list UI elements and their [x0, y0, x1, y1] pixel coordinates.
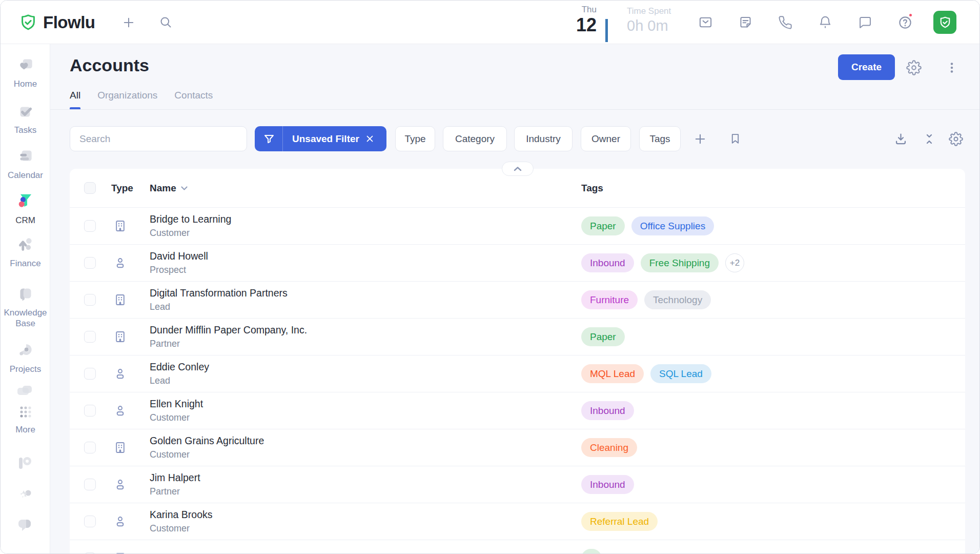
- account-name[interactable]: Karina Brooks: [150, 508, 212, 521]
- column-header-tags[interactable]: Tags: [581, 183, 603, 194]
- table-body: Bridge to Learning Customer PaperOffice …: [70, 207, 965, 554]
- tag-pill[interactable]: Paper: [581, 327, 625, 346]
- tab-organizations[interactable]: Organizations: [97, 90, 157, 109]
- table-row[interactable]: Bridge to Learning Customer PaperOffice …: [70, 207, 965, 244]
- row-checkbox[interactable]: [84, 331, 96, 343]
- tag-pill[interactable]: Paper: [581, 216, 625, 235]
- account-name[interactable]: Ellen Knight: [150, 398, 203, 410]
- sidebar-item-calendar[interactable]: Calendar: [1, 147, 50, 181]
- collapse-table-pill[interactable]: [502, 162, 534, 176]
- export-button[interactable]: [891, 126, 910, 151]
- table-row[interactable]: David Howell Prospect InboundFree Shippi…: [70, 244, 965, 281]
- filter-chip-industry[interactable]: Industry: [514, 126, 573, 151]
- sidebar-item-tasks[interactable]: Tasks: [1, 102, 50, 135]
- filter-chip-type[interactable]: Type: [395, 126, 435, 151]
- table-row[interactable]: Golden Grains Agriculture Customer Clean…: [70, 429, 965, 466]
- account-name[interactable]: Bridge to Learning: [150, 213, 231, 226]
- tag-more-count[interactable]: +2: [725, 253, 744, 272]
- select-all-checkbox[interactable]: [84, 182, 96, 194]
- search-input[interactable]: [70, 126, 247, 151]
- row-tags: Referral Lead: [581, 512, 965, 531]
- filter-chip-tags[interactable]: Tags: [639, 126, 681, 151]
- tag-pill[interactable]: Inbound: [581, 253, 634, 272]
- phone-button[interactable]: [774, 1, 797, 44]
- table-row[interactable]: Landmark Developments: [70, 540, 965, 554]
- row-checkbox[interactable]: [84, 516, 96, 527]
- filter-chip-owner[interactable]: Owner: [581, 126, 631, 151]
- row-checkbox[interactable]: [84, 442, 96, 453]
- search-icon: [159, 15, 173, 29]
- tag-pill[interactable]: Cleaning: [581, 438, 637, 457]
- column-header-name[interactable]: Name: [150, 183, 188, 194]
- date-divider-bar: [605, 19, 608, 42]
- mail-button[interactable]: [694, 1, 717, 44]
- tag-pill[interactable]: Inbound: [581, 401, 634, 420]
- account-name[interactable]: Jim Halpert: [150, 471, 200, 484]
- save-filter-bookmark-button[interactable]: [726, 126, 744, 151]
- table-settings-button[interactable]: [947, 126, 965, 151]
- account-name[interactable]: Golden Grains Agriculture: [150, 434, 264, 447]
- table-row[interactable]: Karina Brooks Customer Referral Lead: [70, 503, 965, 540]
- table-row[interactable]: Dunder Mifflin Paper Company, Inc. Partn…: [70, 318, 965, 355]
- sidebar-item-more[interactable]: More: [1, 403, 50, 435]
- tab-contacts[interactable]: Contacts: [174, 90, 213, 109]
- tag-pill[interactable]: Furniture: [581, 290, 638, 309]
- active-filter-button[interactable]: Unsaved Filter: [255, 126, 386, 151]
- row-checkbox[interactable]: [84, 405, 96, 417]
- tag-pill[interactable]: [581, 549, 602, 554]
- calendar-date[interactable]: Thu 12: [554, 1, 597, 44]
- crm-icon: [15, 191, 36, 211]
- organization-icon: [113, 219, 127, 233]
- sidebar-item-crm[interactable]: CRM: [1, 191, 50, 226]
- sidebar-item-projects[interactable]: Projects: [1, 340, 50, 374]
- sidebar-item-knowledge-base[interactable]: Knowledge Base: [1, 284, 50, 329]
- time-spent-label: Time Spent: [627, 6, 671, 16]
- table-row[interactable]: Eddie Conley Lead MQL LeadSQL Lead: [70, 355, 965, 392]
- table-row[interactable]: Digital Transformation Partners Lead Fur…: [70, 281, 965, 318]
- account-name[interactable]: Eddie Conley: [150, 361, 209, 373]
- page-more-button[interactable]: [943, 59, 961, 76]
- row-tags: [581, 549, 965, 554]
- row-checkbox[interactable]: [84, 220, 96, 232]
- quick-add-button[interactable]: [117, 1, 140, 44]
- help-button[interactable]: [894, 1, 916, 44]
- row-checkbox[interactable]: [84, 294, 96, 306]
- notes-button[interactable]: [734, 1, 757, 44]
- user-avatar[interactable]: [933, 11, 956, 34]
- tag-pill[interactable]: Referral Lead: [581, 512, 658, 531]
- clear-filter-icon[interactable]: [365, 134, 374, 143]
- notifications-button[interactable]: [814, 1, 836, 44]
- tag-pill[interactable]: Technology: [644, 290, 711, 309]
- person-icon: [113, 478, 127, 491]
- sidebar-item-home[interactable]: Home: [1, 55, 50, 89]
- row-checkbox[interactable]: [84, 257, 96, 269]
- filter-chip-category[interactable]: Category: [443, 126, 507, 151]
- add-filter-button[interactable]: [691, 126, 709, 151]
- tag-pill[interactable]: MQL Lead: [581, 364, 644, 383]
- accounts-table: Type Name Tags: [70, 169, 965, 554]
- faded-gear-icon: [15, 486, 35, 507]
- row-checkbox[interactable]: [84, 368, 96, 380]
- table-row[interactable]: Jim Halpert Partner Inbound: [70, 466, 965, 503]
- tag-pill[interactable]: Inbound: [581, 475, 634, 494]
- tab-all[interactable]: All: [70, 90, 80, 109]
- brand[interactable]: Flowlu: [19, 1, 95, 44]
- filter-toolbar: Unsaved Filter Type Category Industry Ow…: [50, 126, 980, 151]
- account-name[interactable]: David Howell: [150, 250, 208, 263]
- tag-pill[interactable]: Office Supplies: [631, 216, 714, 235]
- tag-pill[interactable]: SQL Lead: [650, 364, 711, 383]
- page-settings-button[interactable]: [905, 59, 923, 76]
- create-button[interactable]: Create: [838, 54, 895, 80]
- column-header-type[interactable]: Type: [111, 183, 133, 194]
- account-name[interactable]: Digital Transformation Partners: [150, 287, 288, 300]
- messenger-button[interactable]: [854, 1, 876, 44]
- tag-pill[interactable]: Free Shipping: [641, 253, 719, 272]
- sidebar-item-finance[interactable]: Finance: [1, 235, 50, 269]
- global-search-button[interactable]: [154, 1, 177, 44]
- account-name[interactable]: Landmark Developments: [150, 551, 261, 554]
- collapse-rows-button[interactable]: [920, 126, 938, 151]
- time-spent-widget[interactable]: Time Spent 0h 0m: [627, 1, 671, 35]
- table-row[interactable]: Ellen Knight Customer Inbound: [70, 392, 965, 429]
- account-name[interactable]: Dunder Mifflin Paper Company, Inc.: [150, 324, 307, 337]
- row-checkbox[interactable]: [84, 479, 96, 490]
